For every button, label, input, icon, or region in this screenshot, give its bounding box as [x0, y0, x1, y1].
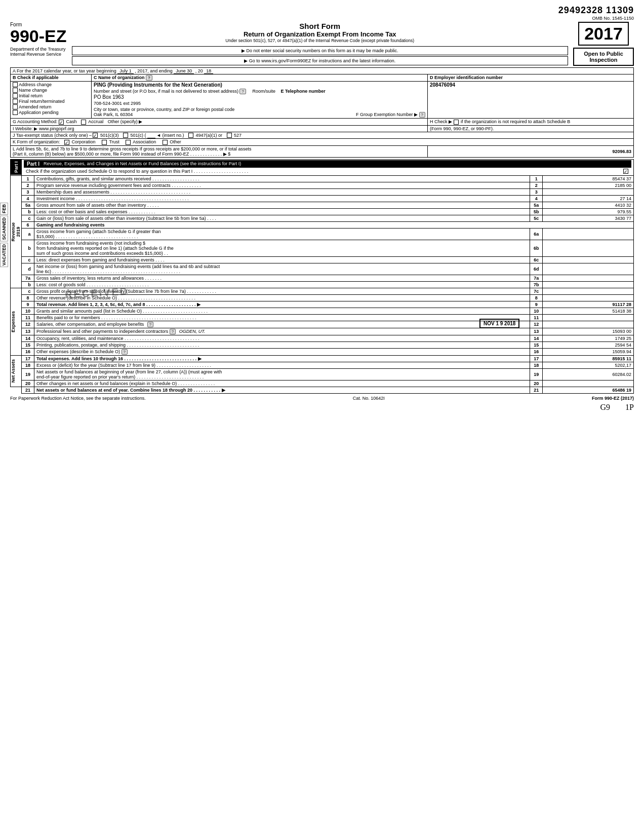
line7a-value: [543, 275, 634, 281]
h-text: if the organization is not required to a…: [461, 119, 570, 124]
side-year-label: 2019: [16, 222, 21, 242]
left-side-labels: FEB SCANNED VACATED: [0, 203, 8, 267]
line10-value: 51418 38: [543, 308, 634, 314]
cash-label: Cash: [66, 119, 77, 124]
line13-label: Professional fees and other payments to …: [36, 329, 168, 334]
group-exemption-label: F Group Exemption: [356, 112, 395, 117]
line7a-label: Gross sales of inventory, less returns a…: [34, 275, 530, 281]
line1-num-right: 1: [530, 175, 543, 182]
ein-number: 29492328 11309: [558, 5, 634, 16]
line12-num: 12: [22, 321, 34, 328]
name-change-checkbox[interactable]: [13, 88, 18, 93]
scanned-label: SCANNED: [0, 216, 8, 242]
line6a-value: [543, 228, 634, 240]
final-return-checkbox[interactable]: [13, 99, 18, 104]
form-number: 990-EZ: [10, 27, 67, 45]
section-k-label: K Form of organization:: [13, 139, 60, 144]
under-section: Under section 501(c), 527, or 4947(a)(1)…: [72, 38, 569, 43]
line6b-sub: from fundraising events reported on line…: [36, 246, 528, 251]
application-pending-checkbox[interactable]: [13, 110, 18, 115]
k-other-checkbox[interactable]: [163, 140, 168, 145]
line6a-num-right: 6a: [530, 228, 543, 240]
name-change-label: Name change: [19, 88, 47, 93]
line5b-label: Less: cost or other basis and sales expe…: [34, 208, 530, 215]
footer-left: For Paperwork Reduction Act Notice, see …: [10, 396, 146, 401]
accrual-checkbox[interactable]: [81, 120, 86, 125]
schedule-o-checkbox[interactable]: [623, 169, 628, 174]
info-icon-12[interactable]: ?: [147, 322, 153, 327]
line14-num: 14: [22, 335, 34, 341]
line18-num-right: 18: [530, 362, 543, 368]
line20-value: [543, 380, 634, 387]
ssn-notice: ▶ Do not enter social security numbers o…: [72, 46, 569, 55]
line4-num: 4: [22, 195, 34, 202]
j-527-checkbox[interactable]: [227, 133, 232, 138]
amended-return-checkbox[interactable]: [13, 104, 18, 109]
info-icon-13[interactable]: ?: [170, 329, 176, 334]
k-other-label: Other: [170, 139, 181, 144]
k-association-checkbox[interactable]: [126, 140, 131, 145]
line10-num-right: 10: [530, 308, 543, 314]
line11-value: [543, 314, 634, 321]
line6a-sub: $15,000) . . . . . . . . . . . . . . . .…: [36, 234, 528, 239]
line5c-letter: c: [22, 215, 34, 221]
check-schedule-o-label: Check if the organization used Schedule …: [26, 169, 248, 174]
phone-label: E Telephone number: [281, 89, 326, 94]
line6c-letter: c: [22, 256, 34, 263]
line5b-letter: b: [22, 208, 34, 215]
address-change-label: Address change: [19, 82, 52, 87]
address-label: Number and street (or P.O box, if mail i…: [94, 89, 238, 94]
line6c-label: Less: direct expenses from gaming and fu…: [34, 256, 530, 263]
line10-label: Grants and similar amounts paid (list in…: [36, 309, 208, 314]
tax-year-end3: 18: [204, 68, 213, 74]
line14-value: 1749 25: [543, 335, 634, 341]
j-501c3-checkbox[interactable]: [93, 133, 98, 138]
line8-num: 8: [22, 294, 34, 301]
line17-value: 85915 11: [543, 355, 634, 362]
irs-label: Internal Revenue Service: [10, 52, 67, 57]
feb-label: FEB: [0, 203, 8, 215]
room-suite-label: Room/suite: [252, 89, 275, 94]
dept-label: Department of the Treasury: [10, 47, 67, 52]
address-change-checkbox[interactable]: [13, 82, 18, 87]
section-c-label: C Name of organization: [94, 75, 145, 80]
initial-return-checkbox[interactable]: [13, 93, 18, 98]
line5b-value: 979.55: [543, 208, 634, 215]
city-value: Oak Park, IL 60304: [94, 112, 133, 118]
j-4947-checkbox[interactable]: [188, 133, 193, 138]
info-icon-16[interactable]: ?: [122, 349, 128, 355]
handwritten-notes: G9 1P: [10, 403, 634, 412]
info-icon-grp[interactable]: ?: [419, 112, 425, 118]
line6b-sub2: sum of such gross income and contributio…: [36, 251, 528, 256]
line7b-letter: b: [22, 281, 34, 288]
line5c-num-right: 5c: [530, 215, 543, 221]
nov-stamp: NOV 1 9 2018: [479, 319, 519, 328]
line5a-num-right: 5a: [530, 202, 543, 208]
k-corporation-checkbox[interactable]: [64, 140, 69, 145]
j-4947-label: 4947(a)(1) or: [196, 133, 223, 138]
line12-label: Salaries, other compensation, and employ…: [36, 322, 144, 327]
j-501c-checkbox[interactable]: [123, 133, 128, 138]
section-l2-label: (Part II, column (B) below) are $500,000…: [13, 151, 425, 157]
year-display: 2017: [578, 22, 629, 46]
expenses-side-label-cell: Expenses: [11, 288, 22, 355]
line13-num: 13: [22, 328, 34, 335]
tax-year-begin: July 1: [117, 68, 134, 74]
cash-checkbox[interactable]: [59, 120, 64, 125]
line16-value: 15059.94: [543, 348, 634, 355]
part-i-desc: Revenue, Expenses, and Changes in Net As…: [44, 161, 241, 166]
line4-value: 27 14: [543, 195, 634, 202]
line14-num-right: 14: [530, 335, 543, 341]
info-icon-addr[interactable]: ?: [239, 89, 246, 94]
k-trust-checkbox[interactable]: [102, 140, 107, 145]
h-checkbox[interactable]: [454, 120, 459, 125]
section-d-label: D Employer identification number: [427, 74, 633, 82]
info-icon-c[interactable]: ?: [146, 75, 152, 81]
line2-num-right: 2: [530, 182, 543, 188]
line7c-value: [543, 288, 634, 294]
line21-label: Net assets or fund balances at end of ye…: [34, 387, 530, 393]
line3-value: [543, 188, 634, 195]
handwritten-1p: 1P: [625, 403, 634, 412]
line4-label: Investment income . . . . . . . . . . . …: [34, 195, 530, 202]
open-inspection: Open to Public Inspection: [573, 48, 634, 66]
